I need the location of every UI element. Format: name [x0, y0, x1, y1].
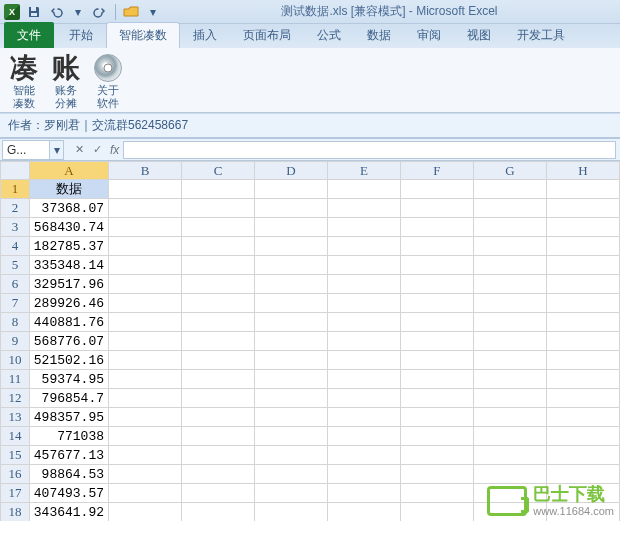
cell[interactable]: 440881.76	[29, 313, 108, 332]
cell[interactable]	[109, 389, 182, 408]
cell[interactable]	[255, 332, 328, 351]
cell[interactable]	[328, 446, 401, 465]
tab-file[interactable]: 文件	[4, 22, 54, 48]
cell[interactable]	[400, 503, 473, 522]
cell[interactable]	[473, 180, 546, 199]
formula-input[interactable]	[123, 141, 616, 159]
tab-0[interactable]: 开始	[56, 22, 106, 48]
cell[interactable]: 771038	[29, 427, 108, 446]
cell[interactable]	[255, 427, 328, 446]
ribbon-group-1[interactable]: 账账务分摊	[52, 54, 80, 110]
cell[interactable]	[182, 484, 255, 503]
tab-4[interactable]: 公式	[304, 22, 354, 48]
cell[interactable]	[109, 332, 182, 351]
cell[interactable]	[400, 313, 473, 332]
tab-6[interactable]: 审阅	[404, 22, 454, 48]
cell[interactable]	[182, 503, 255, 522]
cell[interactable]	[473, 218, 546, 237]
cell[interactable]	[109, 351, 182, 370]
folder-icon[interactable]	[121, 2, 141, 22]
cell[interactable]	[546, 446, 619, 465]
cell[interactable]	[328, 332, 401, 351]
tab-7[interactable]: 视图	[454, 22, 504, 48]
tab-2[interactable]: 插入	[180, 22, 230, 48]
row-header[interactable]: 1	[1, 180, 30, 199]
cell[interactable]	[473, 465, 546, 484]
cell[interactable]	[473, 313, 546, 332]
cell[interactable]	[546, 199, 619, 218]
cell[interactable]	[182, 351, 255, 370]
cell[interactable]: 568430.74	[29, 218, 108, 237]
cell[interactable]	[400, 427, 473, 446]
cell[interactable]	[182, 275, 255, 294]
cell[interactable]	[473, 332, 546, 351]
cell[interactable]	[182, 389, 255, 408]
cell[interactable]: 182785.37	[29, 237, 108, 256]
name-box[interactable]: G...	[2, 140, 50, 160]
col-header-D[interactable]: D	[255, 162, 328, 180]
cell[interactable]: 521502.16	[29, 351, 108, 370]
cell[interactable]	[109, 408, 182, 427]
cell[interactable]	[400, 256, 473, 275]
cell[interactable]	[473, 446, 546, 465]
name-box-dropdown-icon[interactable]: ▾	[50, 140, 64, 160]
cell[interactable]: 335348.14	[29, 256, 108, 275]
cell[interactable]	[182, 370, 255, 389]
cell[interactable]	[546, 351, 619, 370]
cell[interactable]	[473, 199, 546, 218]
cell[interactable]	[546, 218, 619, 237]
tab-1[interactable]: 智能凑数	[106, 22, 180, 48]
cell[interactable]	[182, 313, 255, 332]
cell[interactable]	[546, 389, 619, 408]
cell[interactable]	[109, 199, 182, 218]
qat-dropdown-icon[interactable]: ▾	[68, 2, 88, 22]
cell[interactable]	[400, 332, 473, 351]
cell[interactable]	[182, 256, 255, 275]
cell[interactable]	[182, 237, 255, 256]
cell[interactable]	[400, 389, 473, 408]
cell[interactable]	[400, 408, 473, 427]
col-header-F[interactable]: F	[400, 162, 473, 180]
fx-icon[interactable]: fx	[110, 143, 119, 157]
cell[interactable]	[400, 370, 473, 389]
cell[interactable]	[182, 408, 255, 427]
row-header[interactable]: 2	[1, 199, 30, 218]
cell[interactable]	[328, 484, 401, 503]
col-header-E[interactable]: E	[328, 162, 401, 180]
cell[interactable]: 343641.92	[29, 503, 108, 522]
col-header-H[interactable]: H	[546, 162, 619, 180]
cell[interactable]: 568776.07	[29, 332, 108, 351]
cell[interactable]: 98864.53	[29, 465, 108, 484]
cell[interactable]	[109, 370, 182, 389]
cell[interactable]	[182, 465, 255, 484]
row-header[interactable]: 15	[1, 446, 30, 465]
row-header[interactable]: 14	[1, 427, 30, 446]
cell[interactable]	[109, 218, 182, 237]
cell[interactable]	[182, 332, 255, 351]
cell[interactable]	[546, 237, 619, 256]
cell[interactable]	[546, 294, 619, 313]
row-header[interactable]: 12	[1, 389, 30, 408]
row-header[interactable]: 10	[1, 351, 30, 370]
cell[interactable]	[109, 446, 182, 465]
tab-5[interactable]: 数据	[354, 22, 404, 48]
row-header[interactable]: 7	[1, 294, 30, 313]
cell[interactable]	[255, 389, 328, 408]
cell[interactable]	[328, 370, 401, 389]
cell[interactable]	[328, 294, 401, 313]
cell[interactable]	[109, 465, 182, 484]
cell[interactable]	[328, 313, 401, 332]
cell[interactable]	[255, 180, 328, 199]
cell[interactable]	[255, 218, 328, 237]
cell[interactable]	[546, 313, 619, 332]
cell[interactable]	[400, 199, 473, 218]
cell[interactable]	[546, 275, 619, 294]
redo-icon[interactable]	[90, 2, 110, 22]
cell[interactable]	[255, 313, 328, 332]
row-header[interactable]: 5	[1, 256, 30, 275]
row-header[interactable]: 11	[1, 370, 30, 389]
cell[interactable]	[328, 351, 401, 370]
cell[interactable]	[400, 180, 473, 199]
worksheet-grid[interactable]: ABCDEFGH1数据237368.073568430.744182785.37…	[0, 161, 620, 521]
cell[interactable]	[546, 427, 619, 446]
